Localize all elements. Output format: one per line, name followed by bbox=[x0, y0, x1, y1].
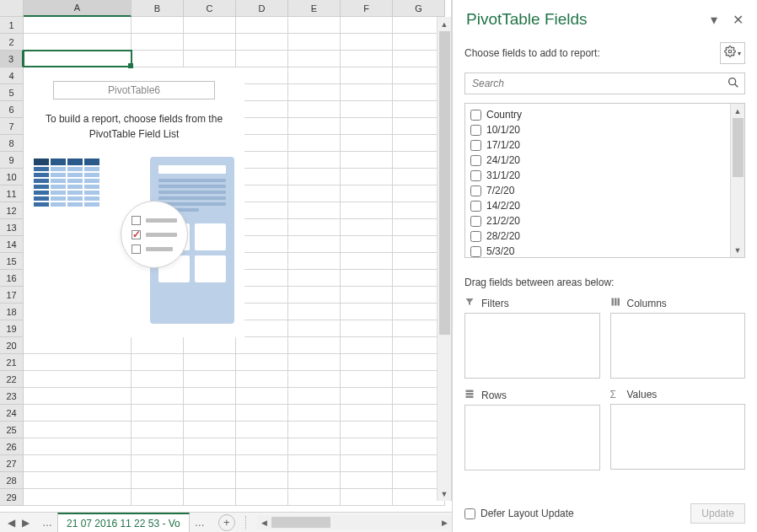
col-header-B[interactable]: B bbox=[132, 0, 184, 17]
cell[interactable] bbox=[341, 438, 393, 455]
cell[interactable] bbox=[236, 17, 288, 34]
cell[interactable] bbox=[288, 253, 341, 270]
row-header[interactable]: 28 bbox=[0, 472, 24, 489]
cell[interactable] bbox=[288, 152, 341, 169]
cell[interactable] bbox=[24, 422, 132, 438]
cell[interactable] bbox=[236, 472, 288, 489]
cell[interactable] bbox=[24, 388, 132, 405]
cell[interactable] bbox=[24, 354, 132, 371]
cell[interactable] bbox=[132, 438, 184, 455]
vertical-scrollbar[interactable]: ▲ ▼ bbox=[437, 17, 451, 501]
cell[interactable] bbox=[184, 337, 236, 354]
sheet-tab[interactable]: 21 07 2016 11 22 53 - Vo bbox=[57, 513, 190, 533]
cell[interactable] bbox=[236, 422, 288, 438]
row-header[interactable]: 6 bbox=[0, 101, 24, 118]
field-checkbox[interactable] bbox=[470, 216, 481, 227]
cell[interactable] bbox=[24, 371, 132, 388]
cell[interactable] bbox=[24, 337, 132, 354]
defer-layout-checkbox[interactable]: Defer Layout Update bbox=[464, 508, 574, 519]
cell[interactable] bbox=[132, 489, 184, 506]
cell[interactable] bbox=[132, 34, 184, 51]
row-header[interactable]: 5 bbox=[0, 84, 24, 101]
cell[interactable] bbox=[341, 304, 393, 320]
cell[interactable] bbox=[132, 354, 184, 371]
cell[interactable] bbox=[288, 354, 341, 371]
field-item[interactable]: 17/1/20 bbox=[465, 137, 744, 153]
hscroll-right-icon[interactable]: ▶ bbox=[438, 519, 452, 527]
cell[interactable] bbox=[288, 135, 341, 152]
field-checkbox[interactable] bbox=[470, 155, 481, 166]
cell[interactable] bbox=[236, 438, 288, 455]
cell[interactable] bbox=[24, 405, 132, 422]
cell[interactable] bbox=[288, 422, 341, 438]
columns-dropzone[interactable] bbox=[610, 313, 746, 379]
cell[interactable] bbox=[236, 51, 288, 67]
field-item[interactable]: Country bbox=[465, 107, 744, 122]
cell[interactable] bbox=[184, 438, 236, 455]
cell[interactable] bbox=[288, 51, 341, 67]
cell[interactable] bbox=[184, 17, 236, 34]
row-header[interactable]: 16 bbox=[0, 270, 24, 287]
col-header-A[interactable]: A bbox=[24, 0, 132, 17]
cell[interactable] bbox=[288, 371, 341, 388]
hscroll-thumb[interactable] bbox=[271, 517, 330, 528]
pane-options-icon[interactable]: ▾ bbox=[711, 12, 717, 28]
cell[interactable] bbox=[236, 455, 288, 472]
field-checkbox[interactable] bbox=[470, 231, 481, 242]
cell[interactable] bbox=[24, 455, 132, 472]
cell[interactable] bbox=[24, 34, 132, 51]
cell[interactable] bbox=[288, 489, 341, 506]
active-cell[interactable] bbox=[23, 50, 132, 67]
rows-dropzone[interactable] bbox=[464, 405, 600, 470]
cell[interactable] bbox=[341, 388, 393, 405]
hscroll-left-icon[interactable]: ◀ bbox=[257, 519, 271, 527]
col-header-D[interactable]: D bbox=[236, 0, 288, 17]
row-header[interactable]: 20 bbox=[0, 337, 24, 354]
tab-next-icon[interactable]: ▶ bbox=[19, 517, 32, 529]
field-item[interactable]: 5/3/20 bbox=[465, 244, 744, 258]
search-icon[interactable] bbox=[727, 76, 740, 93]
search-input[interactable] bbox=[464, 73, 745, 94]
cell[interactable] bbox=[341, 34, 393, 51]
horizontal-scrollbar[interactable]: ◀ ▶ bbox=[257, 515, 452, 529]
cell[interactable] bbox=[132, 17, 184, 34]
cell[interactable] bbox=[341, 185, 393, 202]
cell[interactable] bbox=[341, 405, 393, 422]
cell[interactable] bbox=[132, 455, 184, 472]
row-header[interactable]: 7 bbox=[0, 118, 24, 135]
cell[interactable] bbox=[341, 51, 393, 67]
row-header[interactable]: 4 bbox=[0, 67, 24, 84]
cell[interactable] bbox=[184, 405, 236, 422]
row-header[interactable]: 22 bbox=[0, 371, 24, 388]
close-icon[interactable]: ✕ bbox=[733, 12, 744, 28]
row-header[interactable]: 8 bbox=[0, 135, 24, 152]
cell[interactable] bbox=[184, 489, 236, 506]
cell[interactable] bbox=[288, 337, 341, 354]
cell[interactable] bbox=[288, 236, 341, 253]
scroll-up-icon[interactable]: ▲ bbox=[731, 104, 744, 118]
scroll-thumb[interactable] bbox=[439, 31, 450, 335]
cell[interactable] bbox=[341, 253, 393, 270]
row-header[interactable]: 9 bbox=[0, 152, 24, 169]
cell[interactable] bbox=[341, 320, 393, 337]
cell[interactable] bbox=[341, 236, 393, 253]
cell[interactable] bbox=[24, 438, 132, 455]
cell[interactable] bbox=[236, 388, 288, 405]
cell[interactable] bbox=[288, 169, 341, 185]
spreadsheet-grid[interactable]: A B C D E F G 12345678910111213141516171… bbox=[0, 0, 452, 501]
field-item[interactable]: 31/1/20 bbox=[465, 168, 744, 183]
field-item[interactable]: 7/2/20 bbox=[465, 183, 744, 198]
cell[interactable] bbox=[132, 51, 184, 67]
cell[interactable] bbox=[341, 354, 393, 371]
cell[interactable] bbox=[288, 405, 341, 422]
row-header[interactable]: 26 bbox=[0, 438, 24, 455]
col-header-E[interactable]: E bbox=[288, 0, 341, 17]
cell[interactable] bbox=[24, 17, 132, 34]
cell[interactable] bbox=[236, 405, 288, 422]
cell[interactable] bbox=[236, 354, 288, 371]
col-header-F[interactable]: F bbox=[341, 0, 393, 17]
field-checkbox[interactable] bbox=[470, 140, 481, 151]
field-item[interactable]: 14/2/20 bbox=[465, 198, 744, 213]
scroll-down-icon[interactable]: ▼ bbox=[438, 486, 451, 501]
field-item[interactable]: 21/2/20 bbox=[465, 213, 744, 228]
